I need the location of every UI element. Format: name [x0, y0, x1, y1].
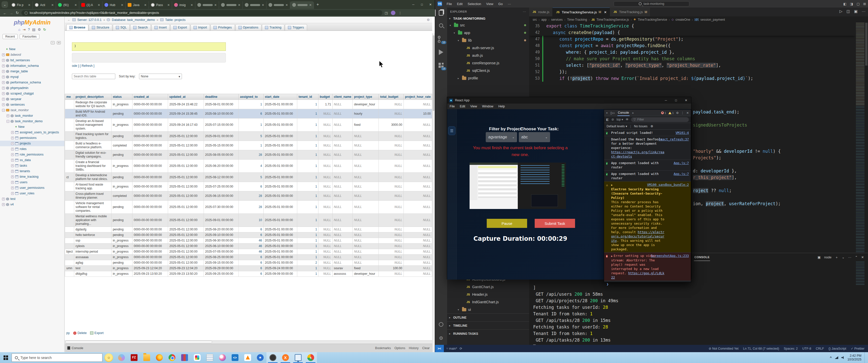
tree-item-scraped_chatgpt[interactable]: +scraped_chatgpt: [0, 91, 64, 96]
explorer-icon[interactable]: [438, 9, 444, 16]
table-row[interactable]: sspin_progress0000-00-00 00:00:002025-05…: [65, 238, 432, 243]
maximize-button[interactable]: □: [417, 0, 426, 9]
source-control-icon[interactable]: 10: [438, 36, 444, 42]
console-options-link[interactable]: Options: [394, 346, 405, 350]
column-header-total_budget[interactable]: total_budget: [379, 94, 404, 100]
tree-item-tenants[interactable]: +tenants: [0, 168, 64, 174]
tree-item-task_monitor[interactable]: +task_monitor: [0, 113, 64, 119]
column-header-status[interactable]: status: [111, 94, 132, 100]
tree-item-ss_data[interactable]: +ss_data: [0, 157, 64, 163]
browser-tab[interactable]: Acti✕: [33, 1, 56, 9]
extensions-icon[interactable]: ◳: [385, 11, 388, 15]
browser-tab[interactable]: Hub✕: [102, 1, 126, 9]
tab-close-icon[interactable]: ✕: [98, 3, 100, 7]
pause-button[interactable]: Pause: [487, 219, 527, 228]
hamburger-menu-icon[interactable]: ☰: [448, 126, 456, 135]
expand-icon[interactable]: +: [11, 181, 14, 184]
status-item[interactable]: Spaces: 2: [784, 347, 798, 351]
vertical-scrollbar[interactable]: [432, 33, 435, 363]
console-tab[interactable]: Console: [617, 110, 629, 116]
tab-close-icon[interactable]: ✕: [121, 3, 123, 7]
pma-tab-insert[interactable]: Insert: [151, 24, 170, 31]
taskbar-icon-notepad[interactable]: [204, 352, 216, 363]
sync-icon[interactable]: ⟳: [460, 346, 462, 351]
console-toggle[interactable]: Console: [72, 346, 83, 350]
expand-icon[interactable]: +: [2, 65, 5, 67]
breadcrumb-table[interactable]: Table: projects: [165, 18, 186, 22]
table-row[interactable]: AI-based food waste tracking app.in_prog…: [65, 182, 432, 191]
status-item[interactable]: ✓ Prettier: [851, 346, 865, 351]
query-action-links[interactable]: ode ] [ Refresh ]: [72, 64, 94, 68]
address-bar[interactable]: i localhost/phpmyadmin/index.php?route=/…: [22, 10, 382, 15]
remote-indicator[interactable]: ><: [435, 345, 444, 352]
tree-item-New[interactable]: ++New: [0, 46, 64, 52]
extensions-icon[interactable]: 14: [438, 62, 444, 69]
help-icon[interactable]: ?: [28, 28, 30, 32]
tree-item-permissions[interactable]: +permissions: [0, 135, 64, 141]
more-tabs-icon[interactable]: »: [632, 111, 634, 115]
terminal-dropdown-icon[interactable]: ⌄: [842, 255, 844, 259]
search-icon[interactable]: [438, 23, 444, 29]
issues-settings-icon[interactable]: ⚙: [651, 125, 653, 128]
tree-item-assigned_users_to_projects[interactable]: +assigned_users_to_projects: [0, 130, 64, 135]
taskbar-icon-winrar[interactable]: [178, 352, 191, 363]
sort-key-select[interactable]: None▾: [139, 74, 182, 79]
console-clear-link[interactable]: Clear: [422, 346, 430, 350]
file-GanttChart.js[interactable]: JSGanttChart.js: [447, 283, 529, 291]
table-row[interactable]: Fleet tracking system for logistics.pend…: [65, 132, 432, 141]
network-icon[interactable]: [835, 356, 838, 359]
file-auth.js[interactable]: JSauth.js: [447, 52, 529, 59]
layout-sidebar-icon[interactable]: ◧: [843, 2, 846, 6]
file-IndGanttChart.js[interactable]: JSIndGanttChart.js: [447, 298, 529, 306]
table-row[interactable]: Vehicle management software for rental c…: [65, 201, 432, 214]
file-auth-server.js[interactable]: JSauth-server.js: [447, 44, 529, 52]
tree-item-mysql[interactable]: +mysql: [0, 74, 64, 80]
export-button[interactable]: Export: [90, 331, 103, 335]
git-branch[interactable]: ⑂ main*: [446, 347, 457, 351]
expand-icon[interactable]: −: [6, 120, 9, 123]
menu-go[interactable]: Go: [496, 1, 505, 6]
column-header-budget[interactable]: budget: [318, 94, 333, 100]
expand-icon[interactable]: +: [2, 70, 5, 73]
menu-view[interactable]: View: [484, 1, 495, 6]
close-button[interactable]: ✕: [681, 99, 691, 102]
tab-search-button[interactable]: ⌄: [1, 1, 8, 8]
pma-tab-operations[interactable]: Operations: [236, 24, 261, 31]
menu-view[interactable]: View: [470, 105, 477, 108]
file-lib[interactable]: ▾lib: [447, 37, 529, 44]
expand-icon[interactable]: +: [11, 170, 14, 173]
expand-icon[interactable]: +: [11, 148, 14, 151]
pma-tab-import[interactable]: Import: [190, 24, 210, 31]
link-icon[interactable]: ∞: [57, 41, 61, 44]
close-panel-icon[interactable]: ✕: [861, 255, 864, 259]
status-item[interactable]: {} JavaScript: [829, 347, 846, 351]
profile-avatar[interactable]: [391, 10, 395, 15]
table-row[interactable]: dfdgdfsgin_progress2025-09-23 13:50:2020…: [65, 271, 432, 277]
menu-selection[interactable]: Selection: [466, 1, 483, 6]
taskbar-icon-app-star[interactable]: ★: [254, 352, 267, 363]
editor-tab-TimeTrackingService.js[interactable]: JSTimeTrackingService.jsM✕: [553, 7, 610, 16]
tree-item-performance_schema[interactable]: +performance_schema: [0, 80, 64, 85]
console-panel-tab[interactable]: CONSOLE: [694, 254, 710, 261]
clear-console-icon[interactable]: ⊘: [611, 118, 614, 121]
expand-icon[interactable]: +: [11, 192, 14, 195]
tree-item-task_monitor[interactable]: −task_monitor: [0, 107, 64, 113]
expand-icon[interactable]: +: [2, 98, 5, 101]
devtools-settings-icon[interactable]: ⚙: [676, 111, 679, 115]
column-header-project_description[interactable]: project_description: [74, 94, 112, 100]
taskbar-icon-vlc[interactable]: [241, 352, 254, 363]
layout-icon[interactable]: ▣: [854, 9, 858, 13]
tree-item-v4[interactable]: +v4: [0, 202, 64, 207]
pma-tab-export[interactable]: Export: [170, 24, 190, 31]
column-header-assigned_to[interactable]: assigned_to: [239, 94, 264, 100]
more-icon[interactable]: ···: [848, 255, 851, 259]
editor-scrollbar[interactable]: [865, 23, 868, 285]
pma-tab-privileges[interactable]: Privileges: [211, 24, 235, 31]
expand-icon[interactable]: +: [6, 114, 9, 117]
menu-[interactable]: ···: [506, 1, 513, 6]
source-link[interactable]: VM101:4: [676, 131, 689, 135]
taskbar-icon-chrome-s[interactable]: s: [304, 352, 317, 363]
inspect-icon[interactable]: ⌖: [606, 111, 608, 115]
table-row[interactable]: bjectinternship periodin_progress0000-00…: [65, 249, 432, 255]
file-profile[interactable]: ▸profile: [447, 74, 529, 82]
